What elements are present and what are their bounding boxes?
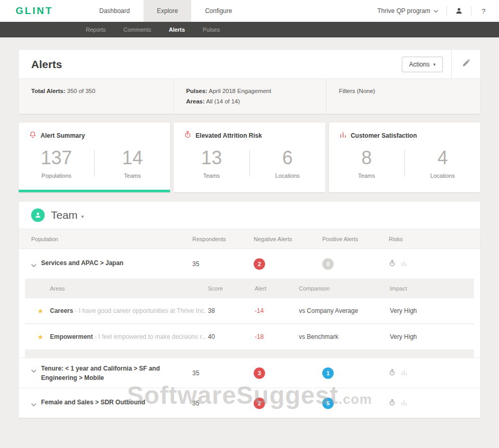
info-bar: Total Alerts: 350 of 350 Pulses: April 2… xyxy=(19,78,480,114)
filters-info: Filters (None) xyxy=(326,79,480,114)
card-header: Alert Summary xyxy=(19,131,170,140)
areas-label: Areas: xyxy=(186,98,205,104)
stat: 6 Locations xyxy=(250,147,325,179)
stat: 14 Teams xyxy=(95,147,170,179)
nav-dashboard[interactable]: Dashboard xyxy=(86,0,143,22)
table-row[interactable]: Services and APAC > Japan 35 2 0 xyxy=(19,248,480,279)
pencil-icon xyxy=(462,59,470,69)
table-header: Population Respondents Negative Alerts P… xyxy=(19,229,480,248)
stat: 8 Teams xyxy=(329,147,404,179)
team-header: Team ▾ xyxy=(19,202,480,229)
attrition-risk-icon[interactable] xyxy=(389,399,396,407)
area-description: - I feel empowered to make decisions r..… xyxy=(95,333,206,340)
card-stats: 8 Teams 4 Locations xyxy=(329,147,480,179)
chevron-down-icon[interactable]: ▾ xyxy=(81,214,84,219)
subnav-alerts[interactable]: Alerts xyxy=(169,27,185,33)
positive-alerts-badge[interactable]: 5 xyxy=(322,398,334,409)
main-content: Alerts Actions ▾ Total Alerts: 350 of 35… xyxy=(0,37,499,418)
col-respondents: Respondents xyxy=(192,236,254,242)
col-risks: Risks xyxy=(389,236,468,242)
satisfaction-risk-icon[interactable] xyxy=(401,369,408,377)
team-title[interactable]: Team xyxy=(51,209,77,221)
col-areas: Areas xyxy=(50,285,208,292)
chevron-down-icon[interactable] xyxy=(31,366,36,375)
top-navbar: GLINT Dashboard Explore Configure Thrive… xyxy=(0,0,499,22)
population-name: Tenure: < 1 year and California > SF and… xyxy=(41,364,182,383)
impact-value: Very High xyxy=(390,333,462,340)
user-icon[interactable] xyxy=(455,7,463,15)
edit-button[interactable] xyxy=(451,50,480,78)
chevron-down-icon xyxy=(434,7,438,15)
card-title: Customer Satisfaction xyxy=(351,132,417,139)
card-stats: 13 Teams 6 Locations xyxy=(174,147,325,179)
positive-alerts-badge[interactable]: 1 xyxy=(322,367,334,379)
pulses-label: Pulses: xyxy=(186,88,207,94)
bar-chart-icon xyxy=(339,131,347,140)
impact-value: Very High xyxy=(390,307,462,314)
stat-label: Teams xyxy=(329,173,404,179)
card-alert-summary[interactable]: Alert Summary 137 Populations 14 Teams xyxy=(19,123,170,192)
total-alerts-value: 350 of 350 xyxy=(67,88,95,94)
population-cell: Tenure: < 1 year and California > SF and… xyxy=(31,364,192,383)
attrition-risk-icon[interactable] xyxy=(389,260,396,268)
chevron-down-icon[interactable] xyxy=(31,260,36,270)
chevron-down-icon[interactable] xyxy=(31,400,36,409)
risks-cell xyxy=(389,369,468,377)
negative-alerts-badge[interactable]: 2 xyxy=(254,398,265,409)
program-label: Thrive QP program xyxy=(377,7,430,15)
card-header: Elevated Attrition Risk xyxy=(174,131,325,140)
stat-label: Teams xyxy=(174,173,249,179)
area-row[interactable]: ★ Empowerment - I feel empowered to make… xyxy=(25,324,474,349)
stopwatch-icon xyxy=(184,131,191,140)
risks-cell xyxy=(389,260,468,268)
star-icon[interactable]: ★ xyxy=(37,307,44,315)
subnav-comments[interactable]: Comments xyxy=(124,27,151,33)
nav-configure[interactable]: Configure xyxy=(191,0,245,22)
alert-value: -14 xyxy=(255,307,299,314)
stat-value: 4 xyxy=(405,147,480,169)
area-row[interactable]: ★ Careers - I have good career opportuni… xyxy=(25,298,474,323)
col-population: Population xyxy=(31,236,192,242)
stat-value: 8 xyxy=(329,147,404,169)
summary-cards: Alert Summary 137 Populations 14 Teams xyxy=(19,123,480,192)
card-header: Customer Satisfaction xyxy=(329,131,480,140)
actions-label: Actions xyxy=(409,61,429,68)
negative-alerts-badge[interactable]: 2 xyxy=(254,258,265,270)
negative-alerts-badge[interactable]: 3 xyxy=(254,367,265,379)
alerts-header-card: Alerts Actions ▾ Total Alerts: 350 of 35… xyxy=(19,50,480,114)
population-name: Services and APAC > Japan xyxy=(41,258,123,268)
areas-value: All (14 of 14) xyxy=(206,98,240,104)
nav-explore[interactable]: Explore xyxy=(143,0,192,22)
secondary-nav: Reports Comments Alerts Pulses xyxy=(0,22,499,37)
col-positive-alerts: Positive Alerts xyxy=(322,236,389,242)
card-elevated-attrition-risk[interactable]: Elevated Attrition Risk 13 Teams 6 Locat… xyxy=(174,123,325,192)
comparison-value: vs Benchmark xyxy=(299,333,390,340)
satisfaction-risk-icon[interactable] xyxy=(401,399,408,407)
area-name: Careers xyxy=(50,307,73,314)
positive-alerts-badge[interactable]: 0 xyxy=(322,258,334,270)
pulses-value: April 2018 Engagement xyxy=(208,88,271,94)
respondents-value: 35 xyxy=(192,370,254,377)
alert-value: -18 xyxy=(255,333,299,340)
table-row[interactable]: Tenure: < 1 year and California > SF and… xyxy=(19,358,480,388)
table-row[interactable]: Female and Sales > SDR Outbound 35 2 5 xyxy=(19,388,480,418)
col-alert: Alert xyxy=(255,285,299,292)
subnav-pulses[interactable]: Pulses xyxy=(203,27,220,33)
subnav-reports[interactable]: Reports xyxy=(86,27,106,33)
attrition-risk-icon[interactable] xyxy=(389,369,396,377)
actions-button[interactable]: Actions ▾ xyxy=(402,57,443,72)
star-icon[interactable]: ★ xyxy=(37,333,44,341)
help-button[interactable]: ? xyxy=(480,7,488,15)
risks-cell xyxy=(389,399,468,407)
col-comparison: Comparison xyxy=(299,285,390,292)
stat-label: Locations xyxy=(405,173,480,179)
program-selector[interactable]: Thrive QP program xyxy=(377,7,438,15)
card-title: Elevated Attrition Risk xyxy=(195,132,262,139)
total-alerts-info: Total Alerts: 350 of 350 xyxy=(19,79,174,114)
page: GLINT Dashboard Explore Configure Thrive… xyxy=(0,0,499,448)
satisfaction-risk-icon[interactable] xyxy=(401,260,408,268)
respondents-value: 35 xyxy=(192,400,254,407)
divider xyxy=(447,6,447,16)
stat-label: Populations xyxy=(19,173,94,179)
card-customer-satisfaction[interactable]: Customer Satisfaction 8 Teams 4 Location… xyxy=(329,123,480,192)
